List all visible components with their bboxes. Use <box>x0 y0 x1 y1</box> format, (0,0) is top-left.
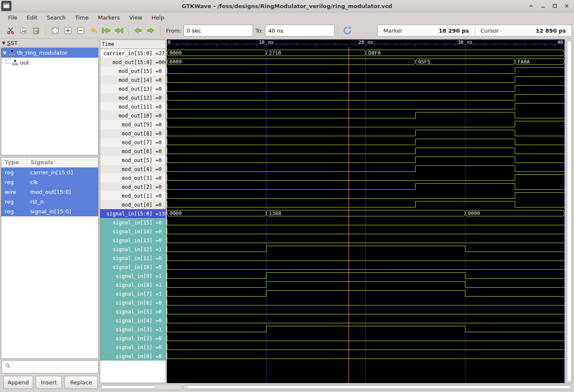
sst-header[interactable]: ▼ SST <box>2 39 17 47</box>
wave-name-row-signal_in[6][interactable]: signal_in[6] =0 <box>100 298 166 307</box>
paste-button[interactable] <box>30 25 42 36</box>
wave-signal-value: =0 <box>152 238 166 244</box>
to-input[interactable] <box>265 25 335 36</box>
wave-name-row-signal_in[15][interactable]: signal_in[15] =0 <box>100 218 166 227</box>
menu-edit[interactable]: Edit <box>22 13 42 22</box>
wave-name-row-mod_out[8][interactable]: mod_out[8] =0 <box>100 129 166 138</box>
module-hierarchy-icon <box>9 50 15 56</box>
wave-name-row-signal_in[7][interactable]: signal_in[7] =1 <box>100 289 166 298</box>
signal-name-panel: Time carrier_in[15:0] =2710mod_out[15:0]… <box>100 39 166 383</box>
menu-view[interactable]: View <box>124 13 147 22</box>
reload-button[interactable] <box>341 25 353 36</box>
toolbar: From: To: Marker 18 290 ps Cursor 12 890… <box>0 23 574 39</box>
zoom-to-start-button[interactable] <box>100 25 112 36</box>
wave-name-row-signal_in[5][interactable]: signal_in[5] =0 <box>100 307 166 316</box>
signal-filter-box[interactable] <box>1 360 98 373</box>
wave-name-row-mod_out[6][interactable]: mod_out[6] =0 <box>100 147 166 156</box>
wave-name-row-signal_in[12][interactable]: signal_in[12] =1 <box>100 245 166 254</box>
wave-signal-name: mod_out[9] <box>100 122 152 128</box>
append-button[interactable]: Append <box>3 376 33 389</box>
zoom-in-button[interactable] <box>62 25 74 36</box>
signal-row-rst_n[interactable]: regrst_n <box>1 197 98 207</box>
wave-name-row-carrier_in[15:0][interactable]: carrier_in[15:0] =2710 <box>100 49 166 58</box>
close-icon[interactable] <box>563 2 571 10</box>
wave-horizontal-scrollbar[interactable] <box>183 384 573 390</box>
wave-name-row-mod_out[12][interactable]: mod_out[12] =0 <box>100 93 166 102</box>
wave-vertical-scrollbar[interactable] <box>566 39 573 384</box>
minimize-icon[interactable] <box>539 2 547 10</box>
expander-icon[interactable]: ▼ <box>3 50 8 55</box>
shift-left-icon <box>134 27 142 34</box>
wave-name-row-signal_in[11][interactable]: signal_in[11] =0 <box>100 254 166 263</box>
copy-button[interactable] <box>17 25 29 36</box>
wave-name-row-mod_out[15:0][interactable]: mod_out[15:0] =0000 <box>100 58 166 67</box>
signal-row-mod_out[15:0][interactable]: wiremod_out[15:0] <box>1 187 98 197</box>
wave-name-row-signal_in[10][interactable]: signal_in[10] =0 <box>100 263 166 272</box>
wave-signal-name: signal_in[6] <box>100 300 152 306</box>
tree-node-tb_ring_modulator[interactable]: ▼tb_ring_modulator <box>1 48 98 58</box>
zoom-to-end-button[interactable] <box>113 25 125 36</box>
wave-name-row-signal_in[1][interactable]: signal_in[1] =0 <box>100 343 166 352</box>
sst-collapse-icon[interactable]: ▼ <box>2 41 6 45</box>
svg-text:ns: ns <box>368 39 373 45</box>
menu-search[interactable]: Search <box>42 13 70 22</box>
wave-name-row-mod_out[13][interactable]: mod_out[13] =0 <box>100 84 166 93</box>
wave-name-row-signal_in[15:0][interactable]: signal_in[15:0] =1388 <box>100 209 166 218</box>
zoom-fit-button[interactable] <box>49 25 61 36</box>
zoom-to-end-icon <box>114 27 124 34</box>
wave-name-row-mod_out[15][interactable]: mod_out[15] =0 <box>100 67 166 76</box>
wave-name-row-mod_out[4][interactable]: mod_out[4] =0 <box>100 165 166 174</box>
wave-name-row-signal_in[13][interactable]: signal_in[13] =0 <box>100 236 166 245</box>
name-panel-horizontal-scrollbar[interactable] <box>99 384 182 390</box>
wave-name-row-mod_out[7][interactable]: mod_out[7] =0 <box>100 138 166 147</box>
tree-node-uut[interactable]: uut <box>1 58 98 67</box>
wave-signal-value: =0 <box>152 309 166 315</box>
signal-row-clk[interactable]: regclk <box>1 177 98 187</box>
wave-name-row-mod_out[3][interactable]: mod_out[3] =0 <box>100 174 166 182</box>
menu-time[interactable]: Time <box>70 13 93 22</box>
time-header: Time <box>100 40 166 49</box>
shift-left-button[interactable] <box>132 25 144 36</box>
tree-branch-line <box>6 58 11 64</box>
replace-button[interactable]: Replace <box>65 376 98 389</box>
shade-window-icon[interactable] <box>527 2 535 10</box>
zoom-undo-icon <box>89 27 98 34</box>
zoom-undo-button[interactable] <box>87 25 99 36</box>
wave-signal-value: =0 <box>152 140 166 146</box>
menu-markers[interactable]: Markers <box>93 13 124 22</box>
menu-file[interactable]: File <box>3 13 22 22</box>
insert-button[interactable]: Insert <box>36 376 62 389</box>
maximize-icon[interactable] <box>551 2 559 10</box>
wave-name-row-signal_in[8][interactable]: signal_in[8] =1 <box>100 280 166 289</box>
zoom-out-button[interactable] <box>75 25 87 36</box>
menu-help[interactable]: Help <box>147 13 169 22</box>
cut-button[interactable] <box>5 25 17 36</box>
wave-signal-name: signal_in[8] <box>100 282 152 288</box>
wave-name-row-signal_in[2][interactable]: signal_in[2] =0 <box>100 334 166 343</box>
wave-name-row-mod_out[9][interactable]: mod_out[9] =0 <box>100 120 166 129</box>
wave-name-row-mod_out[0][interactable]: mod_out[0] =0 <box>100 200 166 209</box>
wave-name-row-mod_out[11][interactable]: mod_out[11] =0 <box>100 102 166 111</box>
zoom-out-icon <box>76 26 85 35</box>
wave-name-row-mod_out[14][interactable]: mod_out[14] =0 <box>100 76 166 84</box>
wave-signal-value: =2710 <box>152 50 166 56</box>
wave-signal-name: signal_in[5] <box>100 309 152 315</box>
wave-name-row-signal_in[14][interactable]: signal_in[14] =0 <box>100 227 166 236</box>
signal-row-carrier_in[15:0][interactable]: regcarrier_in[15:0] <box>1 168 98 177</box>
signal-row-signal_in[15:0][interactable]: regsignal_in[15:0] <box>1 207 98 216</box>
wave-name-row-signal_in[4][interactable]: signal_in[4] =0 <box>100 316 166 325</box>
wave-name-row-signal_in[3][interactable]: signal_in[3] =1 <box>100 325 166 334</box>
wave-name-row-mod_out[5][interactable]: mod_out[5] =0 <box>100 156 166 165</box>
zoom-in-icon <box>64 26 72 35</box>
wave-name-row-mod_out[10][interactable]: mod_out[10] =0 <box>100 111 166 120</box>
copy-icon <box>20 27 27 34</box>
shift-right-button[interactable] <box>145 25 157 36</box>
wave-signal-name: mod_out[4] <box>100 166 152 172</box>
waveform-canvas[interactable]: 010ns20ns30ns4000002710D8F0000005F5FA0A0… <box>167 39 565 383</box>
wave-name-row-signal_in[9][interactable]: signal_in[9] =1 <box>100 272 166 280</box>
waveform-area[interactable]: 010ns20ns30ns4000002710D8F0000005F5FA0A0… <box>167 39 565 383</box>
wave-name-row-mod_out[2][interactable]: mod_out[2] =0 <box>100 182 166 191</box>
wave-name-row-signal_in[0][interactable]: signal_in[0] =0 <box>100 352 166 361</box>
wave-name-row-mod_out[1][interactable]: mod_out[1] =0 <box>100 191 166 200</box>
from-input[interactable] <box>183 25 253 36</box>
